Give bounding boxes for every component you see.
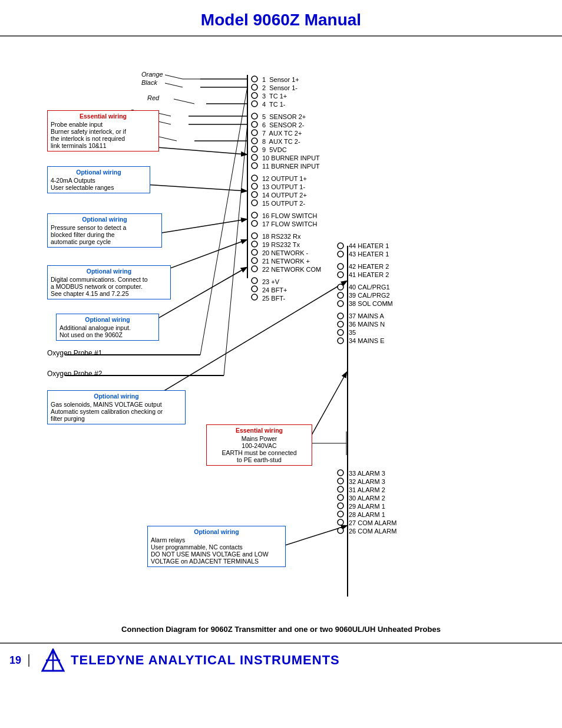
footer-page-number: 19 <box>9 654 29 667</box>
svg-point-45 <box>252 286 257 292</box>
essential-wiring-title-1: Essential wiring <box>51 113 156 120</box>
essential-wiring-box-1: Essential wiring Probe enable input Burn… <box>47 110 159 151</box>
page-title: Model 9060Z Manual <box>0 11 562 29</box>
optional-wiring-text-5: Gas solenoids, MAINS VOLTAGE output Auto… <box>51 401 182 422</box>
svg-point-30 <box>252 146 257 152</box>
svg-point-64 <box>338 519 343 525</box>
optional-wiring-box-1: Optional wiring 4-20mA Outputs User sele… <box>47 166 150 193</box>
svg-point-50 <box>338 272 343 278</box>
svg-point-39 <box>252 233 257 239</box>
svg-point-36 <box>252 200 257 206</box>
svg-point-44 <box>252 278 257 284</box>
svg-point-28 <box>252 130 257 136</box>
svg-point-52 <box>338 292 343 298</box>
svg-point-63 <box>338 511 343 517</box>
optional-wiring-box-3: Optional wiring Digital communications. … <box>47 265 171 299</box>
optional-wiring-text-2: Pressure sensor to detect a blocked filt… <box>51 224 158 245</box>
essential-wiring-box-2: Essential wiring Mains Power 100-240VAC … <box>206 424 312 466</box>
svg-point-61 <box>338 495 343 500</box>
page-footer: 19 TELEDYNE ANALYTICAL INSTRUMENTS <box>0 643 562 677</box>
svg-point-38 <box>252 220 257 226</box>
svg-point-60 <box>338 486 343 492</box>
optional-wiring-title-6: Optional wiring <box>151 528 282 535</box>
page-header: Model 9060Z Manual <box>0 0 562 37</box>
svg-line-8 <box>135 184 246 191</box>
svg-point-65 <box>338 528 343 533</box>
optional-wiring-box-6: Optional wiring Alarm relays User progra… <box>147 526 286 567</box>
svg-line-13 <box>200 87 247 355</box>
svg-point-35 <box>252 192 257 197</box>
optional-wiring-title-1: Optional wiring <box>51 169 147 176</box>
main-content: Orange Black Red Orange Black Red 1 Sens… <box>0 37 562 640</box>
svg-point-34 <box>252 183 257 189</box>
footer-logo-text: TELEDYNE ANALYTICAL INSTRUMENTS <box>71 653 340 668</box>
diagram-caption: Connection Diagram for 9060Z Transmitter… <box>12 625 550 634</box>
optional-wiring-box-4: Optional wiring Additional analogue inpu… <box>56 314 159 341</box>
svg-line-72 <box>159 137 177 141</box>
svg-line-68 <box>165 83 183 87</box>
svg-point-46 <box>252 294 257 300</box>
terminal-labels-alarms: 33 ALARM 3 32 ALARM 3 31 ALARM 2 30 ALAR… <box>349 469 396 535</box>
svg-point-53 <box>338 301 343 307</box>
svg-point-56 <box>338 330 343 335</box>
optional-wiring-text-6: Alarm relays User programmable, NC conta… <box>151 536 282 565</box>
svg-point-23 <box>252 84 257 90</box>
svg-point-57 <box>338 338 343 344</box>
optional-wiring-box-5: Optional wiring Gas solenoids, MAINS VOL… <box>47 390 186 424</box>
svg-point-51 <box>338 284 343 290</box>
svg-point-29 <box>252 138 257 144</box>
svg-point-33 <box>252 175 257 181</box>
oxygen-probe-2-label: Oxygen Probe #2 <box>47 370 102 378</box>
essential-wiring-title-2: Essential wiring <box>210 427 309 434</box>
optional-wiring-title-3: Optional wiring <box>51 268 167 275</box>
svg-point-59 <box>338 478 343 484</box>
wire-label-orange1: Orange <box>141 71 163 78</box>
svg-point-55 <box>338 321 343 327</box>
oxygen-probe-1-label: Oxygen Probe #1 <box>47 349 102 357</box>
svg-point-32 <box>252 163 257 169</box>
optional-wiring-title-2: Optional wiring <box>51 216 158 223</box>
svg-point-26 <box>252 113 257 119</box>
optional-wiring-box-2: Optional wiring Pressure sensor to detec… <box>47 213 162 248</box>
svg-point-47 <box>338 243 343 249</box>
optional-wiring-title-5: Optional wiring <box>51 393 182 400</box>
svg-point-41 <box>252 249 257 255</box>
svg-point-40 <box>252 241 257 247</box>
svg-point-24 <box>252 93 257 98</box>
svg-point-54 <box>338 313 343 319</box>
optional-wiring-text-4: Additional analogue input. Not used on t… <box>59 324 156 338</box>
svg-line-67 <box>165 75 183 79</box>
svg-point-58 <box>338 470 343 476</box>
footer-logo: TELEDYNE ANALYTICAL INSTRUMENTS <box>41 648 340 672</box>
terminal-labels-right-far: 44 HEATER 1 43 HEATER 1 42 HEATER 2 41 H… <box>349 242 393 345</box>
essential-wiring-text-1: Probe enable input Burner safety interlo… <box>51 121 156 149</box>
svg-point-62 <box>338 503 343 509</box>
optional-wiring-text-1: 4-20mA Outputs User selectable ranges <box>51 177 147 191</box>
diagram-container: Orange Black Red Orange Black Red 1 Sens… <box>12 42 550 620</box>
svg-point-49 <box>338 263 343 269</box>
svg-line-69 <box>174 99 194 104</box>
svg-point-31 <box>252 154 257 160</box>
svg-line-15 <box>224 124 247 375</box>
wire-label-red1: Red <box>147 94 159 101</box>
optional-wiring-text-3: Digital communications. Connect to a MOD… <box>51 276 167 297</box>
svg-point-22 <box>252 76 257 82</box>
svg-point-25 <box>252 101 257 107</box>
essential-wiring-text-2: Mains Power 100-240VAC EARTH must be con… <box>210 435 309 463</box>
svg-point-43 <box>252 266 257 272</box>
svg-point-27 <box>252 121 257 127</box>
optional-wiring-title-4: Optional wiring <box>59 316 156 323</box>
svg-point-37 <box>252 212 257 218</box>
terminal-labels-1-25: 1 Sensor 1+ 2 Sensor 1- 3 TC 1+ 4 TC 1- … <box>262 75 321 302</box>
teledyne-logo-icon <box>41 648 65 672</box>
wire-label-black1: Black <box>141 79 157 86</box>
svg-point-48 <box>338 251 343 257</box>
svg-point-42 <box>252 258 257 263</box>
